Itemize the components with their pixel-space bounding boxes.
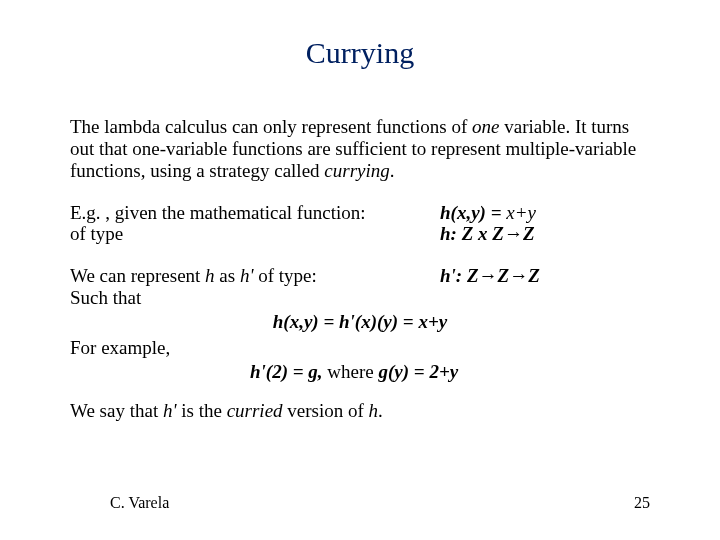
example-row-1: E.g. , given the mathematical function: … <box>70 202 650 246</box>
para1-text-e: . <box>390 160 395 181</box>
closing-hprime: h' <box>163 400 177 421</box>
closing-sentence: We say that h' is the curried version of… <box>70 400 650 422</box>
row2: We can represent h as h' of type: Such t… <box>70 265 650 309</box>
row1-right-line1: h(x,y) = x+y <box>440 202 650 224</box>
row1-right-line2: h: Z x Z→Z <box>440 223 650 245</box>
para1-one: one <box>472 116 499 137</box>
slide-title: Currying <box>70 36 650 70</box>
row2-type-z2: Z <box>498 265 510 286</box>
closing-e: version of <box>283 400 369 421</box>
footer-author: C. Varela <box>110 494 169 512</box>
arrow-icon: → <box>504 223 523 244</box>
arrow-icon: → <box>509 265 528 286</box>
row1-left-line2: of type <box>70 223 440 245</box>
row1-func-h: h(x,y) = <box>440 202 506 223</box>
eq-gy: g(y) = 2+y <box>379 361 459 382</box>
row2-right: h': Z→Z→Z <box>440 265 650 309</box>
row2-type-hprime: h': <box>440 265 467 286</box>
for-example-label: For example, <box>70 337 650 359</box>
eq-where: where <box>327 361 378 382</box>
row2-left-line2: Such that <box>70 287 440 309</box>
intro-paragraph: The lambda calculus can only represent f… <box>70 116 650 182</box>
row2-text-c: as <box>215 265 240 286</box>
row1-type-z: Z <box>523 223 535 244</box>
row1-left: E.g. , given the mathematical function: … <box>70 202 440 246</box>
para1-currying: currying <box>324 160 389 181</box>
row2-type-z3: Z <box>528 265 540 286</box>
row2-right-line1: h': Z→Z→Z <box>440 265 650 287</box>
eq-hxy: h(x,y) = h'(x)(y) = x+y <box>273 311 447 332</box>
closing-curried: curried <box>227 400 283 421</box>
row2-hprime: h' <box>240 265 254 286</box>
para1-text-a: The lambda calculus can only represent f… <box>70 116 472 137</box>
row2-type-z1: Z <box>467 265 479 286</box>
footer-page-number: 25 <box>634 494 650 512</box>
row2-left-line1: We can represent h as h' of type: <box>70 265 440 287</box>
equation-center: h(x,y) = h'(x)(y) = x+y <box>70 311 650 333</box>
arrow-icon: → <box>479 265 498 286</box>
row1-type-h: h: <box>440 223 462 244</box>
row2-left: We can represent h as h' of type: Such t… <box>70 265 440 309</box>
closing-c: is the <box>177 400 227 421</box>
row1-type-zxz: Z x Z <box>462 223 504 244</box>
example-block-2: We can represent h as h' of type: Such t… <box>70 265 650 382</box>
row2-h: h <box>205 265 215 286</box>
equation-indent: h'(2) = g, where g(y) = 2+y <box>250 361 650 383</box>
row2-text-e: of type: <box>254 265 317 286</box>
closing-h: h <box>369 400 379 421</box>
row2-text-a: We can represent <box>70 265 205 286</box>
row1-expr-xy: x+y <box>506 202 536 223</box>
row1-right: h(x,y) = x+y h: Z x Z→Z <box>440 202 650 246</box>
row1-left-line1: E.g. , given the mathematical function: <box>70 202 440 224</box>
closing-a: We say that <box>70 400 163 421</box>
eq-hprime2: h'(2) = g, <box>250 361 327 382</box>
closing-g: . <box>378 400 383 421</box>
